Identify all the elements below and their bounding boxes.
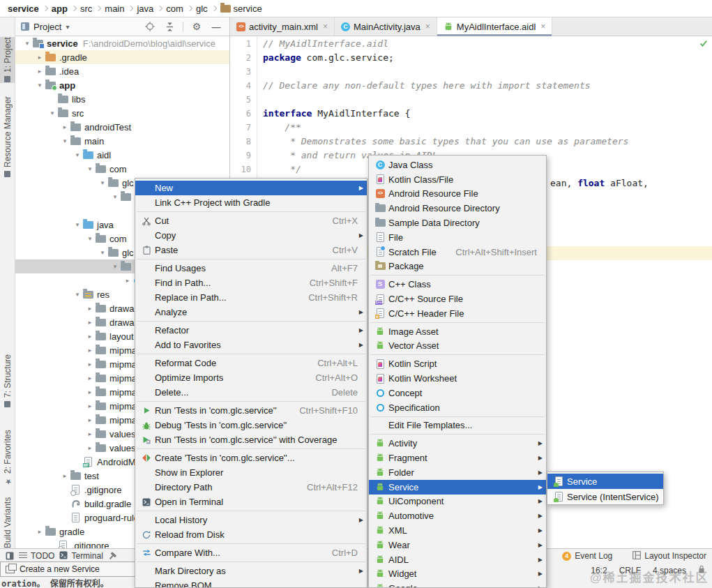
menu-item-sample-data-directory[interactable]: Sample Data Directory	[369, 216, 546, 230]
menu-item-directory-path[interactable]: Directory PathCtrl+Alt+F12	[135, 480, 367, 495]
tab-activity-main-xml[interactable]: activity_main.xml×	[230, 17, 335, 36]
menu-item-folder[interactable]: Folder▶	[369, 465, 546, 480]
menu-item-activity[interactable]: Activity▶	[369, 436, 546, 451]
menu-item-c-c-source-file[interactable]: C/C++ Source File	[369, 292, 546, 306]
menu-item-android-resource-directory[interactable]: Android Resource Directory	[369, 201, 546, 216]
tool-button-1-project[interactable]: 1: Project	[0, 37, 15, 83]
menu-item-google[interactable]: Google▶	[369, 581, 546, 588]
menu-item-cut[interactable]: CutCtrl+X	[135, 213, 367, 228]
menu-item-xml[interactable]: XML▶	[369, 523, 546, 538]
menu-item-add-to-favorites[interactable]: Add to Favorites▶	[135, 338, 367, 352]
build-hammer-icon[interactable]	[108, 552, 117, 561]
layout-inspector-button[interactable]: Layout Inspector	[633, 551, 706, 561]
menu-item-find-usages[interactable]: Find UsagesAlt+F7	[135, 261, 367, 276]
expanded-arrow-icon[interactable]: ▾	[98, 249, 107, 256]
event-log-button[interactable]: 4 Event Log	[562, 551, 612, 561]
menu-item-find-in-path[interactable]: Find in Path...Ctrl+Shift+F	[135, 276, 367, 290]
collapse-all-button[interactable]	[162, 22, 177, 31]
expanded-arrow-icon[interactable]: ▾	[98, 179, 107, 186]
menu-item-create-tests-in-com-glc-service[interactable]: Create 'Tests in 'com.glc.service''...	[135, 451, 367, 465]
expanded-arrow-icon[interactable]: ▾	[85, 165, 95, 172]
tree-row-aidl[interactable]: ▾aidl	[15, 148, 229, 162]
menu-item-debug-tests-in-com-glc-service[interactable]: Debug 'Tests in 'com.glc.service''	[135, 418, 367, 432]
menu-item-service[interactable]: Service	[547, 474, 663, 489]
menu-item-vector-asset[interactable]: Vector Asset	[369, 339, 546, 354]
menu-item-c-class[interactable]: C++ Class	[369, 277, 546, 292]
collapsed-arrow-icon[interactable]: ▸	[85, 361, 95, 368]
menu-item-run-tests-in-com-glc-service[interactable]: Run 'Tests in 'com.glc.service''Ctrl+Shi…	[135, 403, 367, 418]
collapsed-arrow-icon[interactable]: ▸	[85, 416, 95, 423]
menu-item-java-class[interactable]: Java Class	[369, 158, 546, 172]
menu-item-c-c-header-file[interactable]: C/C++ Header File	[369, 306, 546, 321]
menu-item-scratch-file[interactable]: Scratch FileCtrl+Alt+Shift+Insert	[369, 245, 546, 259]
breadcrumb-item-service-0[interactable]: service	[8, 3, 39, 14]
collapsed-arrow-icon[interactable]: ▸	[85, 347, 95, 354]
tab-mainactivity-java[interactable]: MainActivity.java×	[335, 17, 437, 36]
tree-row-app[interactable]: ▾app	[15, 78, 229, 92]
tool-switcher-icon[interactable]	[6, 552, 14, 560]
collapsed-arrow-icon[interactable]: ▸	[85, 444, 95, 451]
breadcrumb-item-app-1[interactable]: app	[52, 3, 68, 14]
collapsed-arrow-icon[interactable]: ▸	[60, 123, 70, 130]
tool-button-resource-manager[interactable]: Resource Manager	[0, 87, 15, 186]
menu-item-service-intentservice[interactable]: Service (IntentService)	[547, 489, 663, 504]
close-icon[interactable]: ×	[540, 22, 545, 31]
menu-item-mark-directory-as[interactable]: Mark Directory as▶	[135, 564, 367, 578]
expanded-arrow-icon[interactable]: ▾	[73, 291, 82, 298]
breadcrumb-item-java-4[interactable]: java	[137, 3, 153, 14]
menu-item-automotive[interactable]: Automotive▶	[369, 508, 546, 523]
menu-item-kotlin-class-file[interactable]: Kotlin Class/File	[369, 172, 546, 187]
settings-icon[interactable]: ⚙	[189, 21, 204, 32]
menu-item-refactor[interactable]: Refactor▶	[135, 323, 367, 338]
expanded-arrow-icon[interactable]: ▾	[35, 82, 45, 89]
todo-toolwindow-button[interactable]: TODO	[19, 551, 54, 561]
menu-item-run-tests-in-com-glc-service-with-coverage[interactable]: Run 'Tests in 'com.glc.service'' with Co…	[135, 432, 367, 447]
breadcrumb-item-service-7[interactable]: service	[220, 3, 262, 14]
menu-item-open-in-terminal[interactable]: Open in Terminal	[135, 495, 367, 509]
menu-item-fragment[interactable]: Fragment▶	[369, 451, 546, 465]
close-icon[interactable]: ×	[425, 22, 430, 31]
terminal-toolwindow-button[interactable]: Terminal	[59, 551, 103, 561]
menu-item-image-asset[interactable]: Image Asset	[369, 324, 546, 339]
expanded-arrow-icon[interactable]: ▾	[110, 193, 120, 200]
expanded-arrow-icon[interactable]: ▾	[73, 221, 82, 228]
menu-item-concept[interactable]: Concept	[369, 386, 546, 400]
menu-item-widget[interactable]: Widget▶	[369, 567, 546, 582]
breadcrumb-item-main-3[interactable]: main	[105, 3, 124, 14]
menu-item-copy[interactable]: Copy▶	[135, 228, 367, 243]
expanded-arrow-icon[interactable]: ▾	[47, 110, 57, 116]
menu-item-kotlin-script[interactable]: Kotlin Script	[369, 356, 546, 371]
breadcrumb-item-glc-6[interactable]: glc	[196, 3, 208, 14]
collapsed-arrow-icon[interactable]: ▸	[85, 333, 95, 340]
menu-item-aidl[interactable]: AIDL▶	[369, 552, 546, 567]
menu-item-specification[interactable]: Specification	[369, 400, 546, 415]
collapsed-arrow-icon[interactable]: ▸	[85, 375, 95, 382]
expanded-arrow-icon[interactable]: ▾	[22, 40, 32, 47]
menu-item-local-history[interactable]: Local History▶	[135, 513, 367, 527]
expanded-arrow-icon[interactable]: ▾	[85, 235, 95, 242]
hide-panel-button[interactable]: —	[209, 22, 224, 32]
menu-item-uicomponent[interactable]: UiComponent▶	[369, 495, 546, 509]
tab-myaidlinterface-aidl[interactable]: MyAidlInterface.aidl×	[437, 17, 552, 36]
menu-item-analyze[interactable]: Analyze▶	[135, 305, 367, 319]
collapsed-arrow-icon[interactable]: ▸	[85, 430, 95, 437]
expanded-arrow-icon[interactable]: ▾	[60, 137, 70, 144]
locate-file-button[interactable]	[142, 22, 158, 31]
menu-item-optimize-imports[interactable]: Optimize ImportsCtrl+Alt+O	[135, 370, 367, 385]
menu-item-delete[interactable]: Delete...Delete	[135, 385, 367, 400]
collapsed-arrow-icon[interactable]: ▸	[85, 319, 95, 326]
tree-row-libs[interactable]: libs	[15, 92, 229, 106]
breadcrumb-item-src-2[interactable]: src	[80, 3, 92, 14]
menu-item-show-in-explorer[interactable]: Show in Explorer	[135, 465, 367, 480]
collapsed-arrow-icon[interactable]: ▸	[123, 277, 132, 284]
collapsed-arrow-icon[interactable]: ▸	[60, 472, 70, 479]
tree-row-androidtest[interactable]: ▸androidTest	[15, 120, 229, 134]
collapsed-arrow-icon[interactable]: ▸	[35, 528, 45, 535]
tool-button-7-structure[interactable]: 7: Structure	[0, 344, 15, 418]
collapsed-arrow-icon[interactable]: ▸	[35, 54, 45, 61]
menu-item-reformat-code[interactable]: Reformat CodeCtrl+Alt+L	[135, 356, 367, 370]
menu-item-paste[interactable]: PasteCtrl+V	[135, 243, 367, 257]
close-icon[interactable]: ×	[323, 22, 328, 31]
menu-item-edit-file-templates[interactable]: Edit File Templates...	[369, 419, 546, 433]
menu-item-service[interactable]: Service▶	[369, 480, 546, 495]
